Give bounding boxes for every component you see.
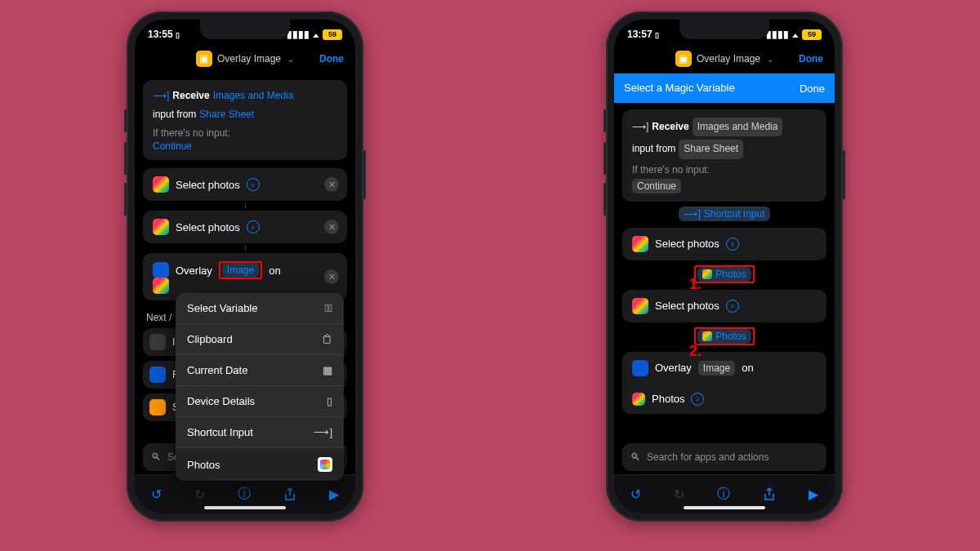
photos-variable-2[interactable]: Photos <box>697 329 751 344</box>
receive-label: Receive <box>172 88 209 104</box>
home-indicator[interactable] <box>684 506 765 509</box>
overlay-action-icon <box>153 262 169 278</box>
overlay-app-icon: ▣ <box>196 51 212 67</box>
input-icon: ⟶] <box>632 119 648 135</box>
signal-icon: ▮▮▮▮ <box>766 29 789 40</box>
undo-icon[interactable]: ↺ <box>151 487 162 502</box>
photos-app-icon <box>702 331 712 341</box>
search-field[interactable]: 🔍︎ Search for apps and actions <box>622 443 826 471</box>
menu-current-date[interactable]: Current Date ▦ <box>176 355 344 386</box>
search-icon: 🔍︎ <box>630 451 640 463</box>
expand-icon[interactable]: › <box>247 220 260 233</box>
expand-icon[interactable]: › <box>247 178 260 191</box>
fallback-action[interactable]: Continue <box>632 179 681 193</box>
undo-icon[interactable]: ↺ <box>630 487 641 502</box>
highlight-box: Image <box>219 261 262 279</box>
second-image-label[interactable]: Photos <box>652 393 684 405</box>
select-photos-action-2[interactable]: Select photos › <box>622 290 826 322</box>
input-icon: ⟶] <box>153 88 169 104</box>
image-token[interactable]: Image <box>698 361 735 375</box>
delete-action-icon[interactable]: ✕ <box>324 220 339 234</box>
home-indicator[interactable] <box>204 506 286 509</box>
menu-shortcut-input[interactable]: Shortcut Input ⟶] <box>176 417 344 448</box>
suggestion-icon <box>149 399 166 415</box>
nav-header: ▣ Overlay Image ⌄ Done <box>135 44 355 73</box>
input-icon: ⟶] <box>314 426 332 438</box>
chevron-down-icon[interactable]: ⌄ <box>287 55 294 64</box>
search-placeholder: Search for apps and actions <box>647 451 768 463</box>
highlight-box-2: Photos <box>694 327 754 345</box>
done-button[interactable]: Done <box>799 53 823 64</box>
action-label: Select photos <box>655 300 719 312</box>
play-icon[interactable]: ▶ <box>808 487 818 502</box>
menu-device-details[interactable]: Device Details ▯ <box>176 386 344 417</box>
info-icon[interactable]: ⓘ <box>238 486 251 503</box>
delete-action-icon[interactable]: ✕ <box>324 177 339 192</box>
receive-label: Receive <box>652 119 688 135</box>
header-title[interactable]: Overlay Image <box>697 53 760 64</box>
notch <box>200 20 290 39</box>
variable-picker-menu: Select Variable ✦⃰ Clipboard 📋︎ Current … <box>176 293 344 481</box>
photos-app-icon <box>153 278 169 294</box>
receive-block[interactable]: ⟶] Receive Images and Media input from S… <box>143 80 347 160</box>
delete-action-icon[interactable]: ✕ <box>324 269 339 284</box>
shortcut-input-variable[interactable]: ⟶] Shortcut Input <box>679 207 769 221</box>
expand-icon[interactable]: › <box>691 393 704 406</box>
share-icon[interactable] <box>763 487 776 502</box>
fallback-action[interactable]: Continue <box>153 140 337 152</box>
input-source[interactable]: Share Sheet <box>679 140 743 158</box>
phone-right: 13:57 ▯ ▮▮▮▮ 59 ▣ Overlay Image ⌄ Done S… <box>606 11 843 522</box>
photos-app-icon <box>153 219 169 235</box>
play-icon[interactable]: ▶ <box>329 487 339 502</box>
photos-app-icon <box>632 298 648 314</box>
overlay-app-icon: ▣ <box>675 51 692 67</box>
menu-clipboard[interactable]: Clipboard 📋︎ <box>176 324 344 355</box>
photos-variable-1[interactable]: Photos <box>697 267 751 282</box>
input-from-label: input from <box>632 141 675 157</box>
input-types[interactable]: Images and Media <box>213 88 294 104</box>
overlay-label: Overlay <box>176 264 212 277</box>
action-label: Select photos <box>655 238 719 250</box>
device-icon: ▯ <box>327 395 332 407</box>
photos-app-icon <box>632 393 645 406</box>
menu-photos[interactable]: Photos <box>176 448 344 481</box>
banner-done-button[interactable]: Done <box>800 82 825 95</box>
notch <box>679 20 769 39</box>
no-input-label: If there's no input: <box>632 164 817 176</box>
suggestion-icon <box>149 334 166 350</box>
on-label: on <box>742 362 753 374</box>
wifi-icon <box>313 29 319 40</box>
photos-app-icon <box>318 457 332 472</box>
photos-app-icon <box>153 176 169 193</box>
select-photos-action-1[interactable]: Select photos › ✕ <box>143 168 347 201</box>
signal-icon: ▮▮▮▮ <box>287 29 310 40</box>
input-types[interactable]: Images and Media <box>693 118 783 136</box>
highlight-box-1: Photos <box>694 265 754 283</box>
input-source[interactable]: Share Sheet <box>199 107 254 122</box>
clipboard-icon: 📋︎ <box>322 333 332 345</box>
photos-app-icon <box>632 236 648 252</box>
chevron-down-icon[interactable]: ⌄ <box>767 55 773 64</box>
expand-icon[interactable]: › <box>726 300 739 313</box>
expand-icon[interactable]: › <box>726 238 739 251</box>
receive-block[interactable]: ⟶] Receive Images and Media input from S… <box>622 109 826 201</box>
annotation-2: 2. <box>689 343 702 360</box>
select-photos-action-2[interactable]: Select photos › ✕ <box>143 211 347 243</box>
photos-app-icon <box>702 269 712 279</box>
input-from-label: input from <box>153 107 196 122</box>
no-input-label: If there's no input: <box>153 127 337 139</box>
search-icon: 🔍︎ <box>151 451 161 463</box>
done-button[interactable]: Done <box>319 53 344 64</box>
suggestion-icon <box>149 367 166 383</box>
input-icon: ⟶] <box>684 208 700 220</box>
battery-icon: 59 <box>802 29 822 40</box>
overlay-action[interactable]: Overlay Image on Photos › <box>622 352 826 414</box>
info-icon[interactable]: ⓘ <box>717 486 730 503</box>
next-suggestions-label: Next / <box>146 312 172 323</box>
on-label: on <box>269 264 280 277</box>
menu-select-variable[interactable]: Select Variable ✦⃰ <box>176 293 344 324</box>
image-variable-token[interactable]: Image <box>222 263 259 278</box>
share-icon[interactable] <box>283 487 296 502</box>
header-title[interactable]: Overlay Image <box>217 53 281 64</box>
select-photos-action-1[interactable]: Select photos › <box>622 228 826 260</box>
